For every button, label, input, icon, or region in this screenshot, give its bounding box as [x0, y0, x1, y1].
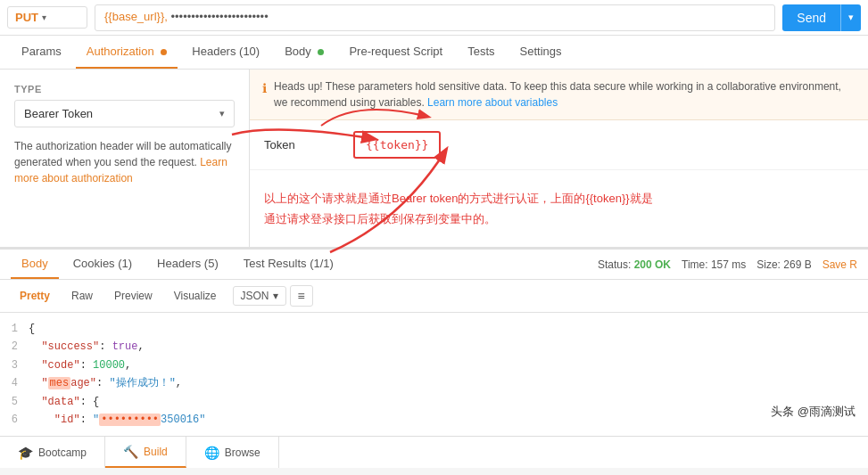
- bottom-nav: 🎓 Bootcamp 🔨 Build 🌐 Browse: [0, 436, 868, 468]
- tab-prerequest[interactable]: Pre-request Script: [338, 36, 453, 69]
- watermark: 头条 @雨滴测试: [765, 402, 861, 422]
- bottom-section: Body Cookies (1) Headers (5) Test Result…: [0, 248, 868, 436]
- url-bar[interactable]: {{base_url}}, ••••••••••••••••••••••••: [95, 4, 775, 31]
- bottom-tab-bar: Body Cookies (1) Headers (5) Test Result…: [0, 248, 868, 280]
- code-line-2: 2 "success": true,: [0, 338, 868, 356]
- format-selector[interactable]: JSON ▾: [233, 286, 286, 306]
- type-value: Bearer Token: [24, 107, 93, 120]
- visualize-view-button[interactable]: Visualize: [165, 286, 226, 306]
- tab-headers[interactable]: Headers (10): [181, 36, 270, 69]
- annotation-area: 以上的这个请求就是通过Bearer token的方式进行认证，上面的{{toke…: [250, 170, 868, 244]
- send-button[interactable]: Send ▾: [782, 4, 861, 31]
- warning-icon: ℹ: [262, 79, 267, 98]
- browse-icon: 🌐: [204, 446, 219, 460]
- format-dropdown-icon: ▾: [273, 290, 278, 302]
- tab-settings[interactable]: Settings: [509, 36, 573, 69]
- auth-left-panel: TYPE Bearer Token ▾ The authorization he…: [0, 70, 250, 247]
- response-size: 269 B: [783, 258, 811, 271]
- build-icon: 🔨: [123, 445, 138, 459]
- tab-authorization[interactable]: Authorization: [76, 36, 178, 69]
- nav-browse[interactable]: 🌐 Browse: [186, 437, 279, 468]
- request-tab-bar: Params Authorization Headers (10) Body P…: [0, 36, 868, 70]
- method-dropdown-icon: ▾: [42, 12, 46, 22]
- method-label: PUT: [15, 11, 38, 24]
- authorization-dot: [161, 49, 167, 55]
- learn-more-vars-link[interactable]: Learn more about variables: [427, 96, 558, 109]
- token-label: Token: [264, 138, 353, 152]
- status-bar: Status: 200 OK Time: 157 ms Size: 269 B …: [598, 258, 857, 271]
- send-dropdown-icon[interactable]: ▾: [841, 12, 861, 23]
- nav-build[interactable]: 🔨 Build: [105, 437, 186, 468]
- wrap-button[interactable]: ≡: [290, 285, 313, 307]
- chinese-annotation: 以上的这个请求就是通过Bearer token的方式进行认证，上面的{{toke…: [264, 188, 854, 230]
- build-label: Build: [144, 446, 168, 458]
- bottom-tab-test-results[interactable]: Test Results (1/1): [233, 250, 344, 279]
- code-toolbar: Pretty Raw Preview Visualize JSON ▾ ≡: [0, 280, 868, 313]
- token-row: Token {{token}}: [250, 120, 868, 170]
- auth-panel: TYPE Bearer Token ▾ The authorization he…: [0, 70, 868, 248]
- url-rest: ••••••••••••••••••••••••: [170, 10, 268, 23]
- code-line-5: 5 "data": {: [0, 393, 868, 411]
- bootcamp-label: Bootcamp: [38, 446, 87, 459]
- top-bar: PUT ▾ {{base_url}}, ••••••••••••••••••••…: [0, 0, 868, 36]
- raw-view-button[interactable]: Raw: [62, 286, 102, 306]
- token-value[interactable]: {{token}}: [353, 131, 441, 159]
- code-line-3: 3 "code": 10000,: [0, 356, 868, 374]
- send-label: Send: [782, 11, 840, 25]
- bootcamp-icon: 🎓: [18, 446, 33, 460]
- nav-bootcamp[interactable]: 🎓 Bootcamp: [0, 437, 105, 468]
- code-line-4: 4 "mesage": "操作成功！",: [0, 374, 868, 392]
- body-dot: [318, 49, 324, 55]
- warning-banner: ℹ Heads up! These parameters hold sensit…: [250, 70, 868, 120]
- status-ok: 200 OK: [634, 258, 671, 271]
- auth-right-panel: ℹ Heads up! These parameters hold sensit…: [250, 70, 868, 247]
- pretty-view-button[interactable]: Pretty: [11, 286, 59, 306]
- response-time: 157 ms: [711, 258, 746, 271]
- code-line-1: 1 {: [0, 320, 868, 338]
- type-dropdown-icon: ▾: [219, 108, 225, 119]
- tab-params[interactable]: Params: [11, 36, 72, 69]
- type-label: TYPE: [14, 84, 235, 94]
- response-body: 1 { 2 "success": true, 3 "code": 10000, …: [0, 313, 868, 436]
- auth-description: The authorization header will be automat…: [14, 138, 235, 186]
- tab-tests[interactable]: Tests: [457, 36, 505, 69]
- bottom-tab-cookies[interactable]: Cookies (1): [62, 250, 143, 279]
- type-dropdown[interactable]: Bearer Token ▾: [14, 100, 235, 127]
- bottom-tab-headers[interactable]: Headers (5): [146, 250, 229, 279]
- browse-label: Browse: [225, 446, 260, 459]
- bottom-tab-body[interactable]: Body: [11, 250, 59, 279]
- preview-view-button[interactable]: Preview: [105, 286, 161, 306]
- save-response-link[interactable]: Save R: [823, 258, 857, 271]
- method-selector[interactable]: PUT ▾: [7, 6, 87, 29]
- tab-body[interactable]: Body: [274, 36, 335, 69]
- code-line-6: 6 "id": "•••••••••350016": [0, 411, 868, 429]
- url-variable: {{base_url}},: [104, 10, 168, 23]
